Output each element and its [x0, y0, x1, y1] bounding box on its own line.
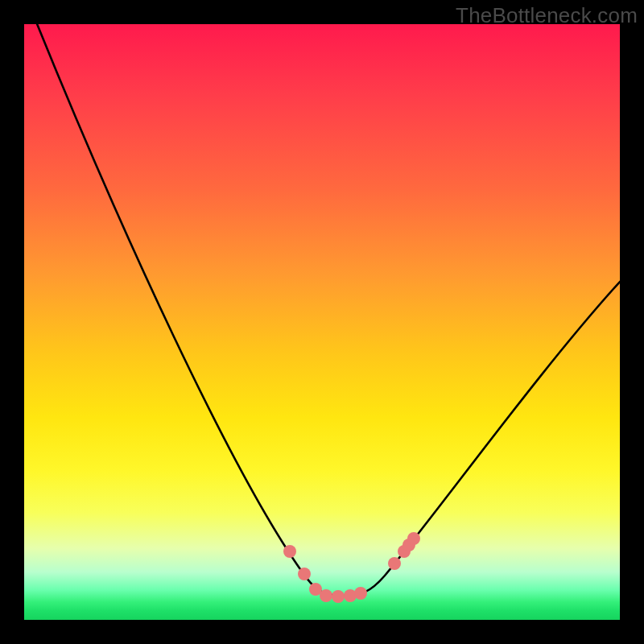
plot-area [24, 24, 620, 620]
curve-marker [407, 532, 420, 545]
curve-marker [283, 545, 296, 558]
curve-marker [354, 587, 367, 600]
curve-marker [320, 589, 332, 602]
curve-marker [332, 590, 345, 603]
chart-svg [24, 24, 620, 620]
marker-group [283, 532, 420, 603]
bottleneck-curve [24, 24, 620, 596]
curve-marker [298, 568, 311, 580]
curve-marker [388, 557, 401, 570]
